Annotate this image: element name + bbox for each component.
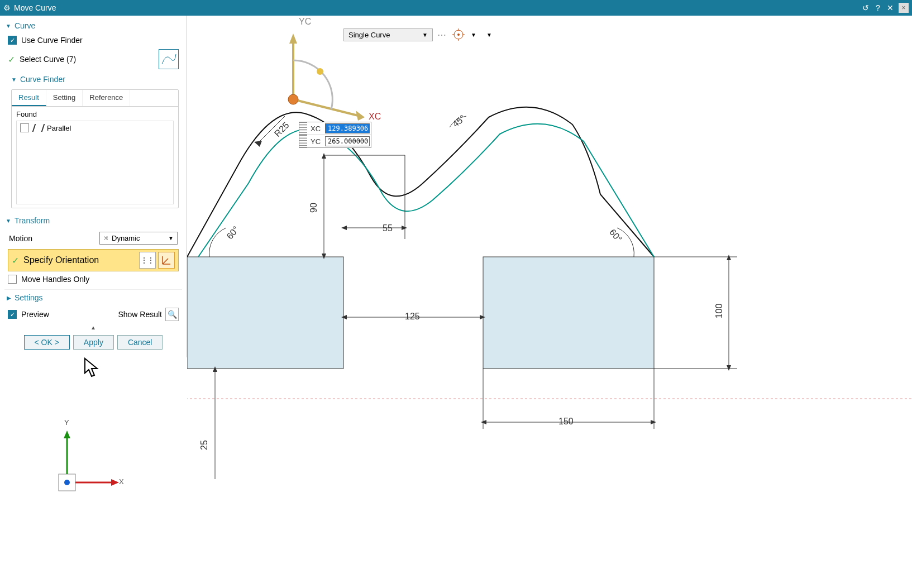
- dynamic-icon: ⤭: [103, 235, 108, 242]
- xc-axis-label: XC: [369, 112, 381, 122]
- caret-down-icon: ▼: [6, 23, 11, 29]
- cancel-button[interactable]: Cancel: [117, 335, 163, 350]
- show-result-label: Show Result: [118, 310, 162, 319]
- section-curve[interactable]: ▼ Curve: [4, 18, 182, 34]
- caret-down-icon: ▼: [11, 77, 17, 83]
- tab-reference[interactable]: Reference: [83, 90, 130, 106]
- svg-point-28: [64, 480, 70, 485]
- svg-rect-4: [187, 257, 343, 369]
- xc-label: XC: [307, 123, 324, 134]
- specify-orientation-row[interactable]: ✓ Specify Orientation ⋮⋮: [8, 249, 179, 271]
- options-panel: ▼ Curve ✓ Use Curve Finder ✓ Select Curv…: [0, 16, 187, 357]
- dialog-titlebar: ⚙ Move Curve ↺ ? ✕ ×: [0, 0, 912, 16]
- motion-value: Dynamic: [112, 234, 140, 242]
- tab-setting[interactable]: Setting: [46, 90, 83, 106]
- finder-tabs: Result Setting Reference: [12, 90, 178, 107]
- caret-down-icon: ▼: [6, 218, 11, 224]
- move-handles-row[interactable]: Move Handles Only: [4, 273, 182, 286]
- use-curve-finder-label: Use Curve Finder: [21, 36, 83, 45]
- dim-150: 150: [558, 417, 574, 427]
- section-curve-label: Curve: [15, 21, 35, 30]
- found-area: Found Parallel: [12, 107, 178, 208]
- move-handles-checkbox[interactable]: [8, 275, 17, 284]
- svg-rect-5: [483, 257, 654, 369]
- preview-label: Preview: [21, 310, 49, 319]
- svg-marker-30: [64, 431, 70, 438]
- caret-right-icon: ▶: [7, 295, 11, 301]
- csys-dialog-button[interactable]: ⋮⋮: [139, 252, 156, 269]
- preview-checkbox[interactable]: ✓: [8, 310, 17, 319]
- cursor-icon: [84, 357, 101, 379]
- ok-button[interactable]: < OK >: [24, 335, 70, 350]
- button-row: < OK > Apply Cancel: [4, 332, 182, 353]
- collapse-handle[interactable]: ▲: [4, 323, 182, 332]
- tab-result[interactable]: Result: [12, 90, 46, 106]
- parallel-icon: [32, 124, 45, 132]
- motion-select[interactable]: ⤭ Dynamic ▼: [99, 232, 178, 245]
- reset-icon[interactable]: ↺: [860, 3, 872, 12]
- svg-marker-22: [356, 111, 365, 121]
- parallel-checkbox[interactable]: [20, 123, 29, 132]
- found-label: Found: [16, 110, 174, 121]
- specify-orientation-label: Specify Orientation: [23, 255, 137, 265]
- view-triad[interactable]: Y X: [53, 418, 131, 499]
- section-settings-label: Settings: [15, 293, 43, 302]
- move-handles-label: Move Handles Only: [21, 275, 89, 284]
- close-icon[interactable]: ✕: [884, 3, 896, 12]
- dim-25: 25: [199, 440, 209, 450]
- dim-90: 90: [309, 203, 319, 213]
- check-icon: ✓: [12, 255, 19, 266]
- select-curve-row[interactable]: ✓ Select Curve (7): [4, 47, 182, 71]
- gear-icon: ⚙: [3, 3, 11, 12]
- motion-label: Motion: [9, 234, 99, 243]
- yc-axis-label: YC: [299, 17, 311, 27]
- dim-125: 125: [405, 312, 420, 322]
- chevron-down-icon: ▼: [168, 235, 174, 241]
- use-curve-finder-row[interactable]: ✓ Use Curve Finder: [4, 34, 182, 47]
- svg-point-23: [317, 68, 323, 75]
- section-settings[interactable]: ▶ Settings: [4, 289, 182, 305]
- detach-icon[interactable]: ×: [899, 3, 909, 13]
- svg-marker-20: [289, 34, 297, 44]
- curve-finder-subpanel: Result Setting Reference Found Parallel: [11, 89, 179, 208]
- dim-55: 55: [383, 223, 393, 233]
- xc-input[interactable]: 129.389306: [325, 123, 370, 133]
- svg-point-24: [288, 94, 298, 104]
- triad-y-label: Y: [64, 418, 69, 427]
- dim-100: 100: [714, 304, 724, 319]
- graphics-viewport[interactable]: Single Curve ▼ ⋯ ▼ ▼: [187, 16, 912, 588]
- coordinate-editor[interactable]: XC 129.389306 YC 265.000000: [299, 122, 371, 148]
- section-curve-finder[interactable]: ▼ Curve Finder: [10, 71, 182, 87]
- dialog-title: Move Curve: [14, 3, 56, 12]
- drag-grip-icon[interactable]: [299, 135, 307, 147]
- show-result-button[interactable]: 🔍: [165, 308, 179, 321]
- section-transform[interactable]: ▼ Transform: [4, 213, 182, 228]
- manipulator-button[interactable]: [158, 252, 175, 269]
- parallel-label: Parallel: [47, 124, 71, 132]
- found-item-parallel[interactable]: Parallel: [17, 121, 173, 135]
- motion-row: Motion ⤭ Dynamic ▼: [4, 228, 182, 248]
- yc-input[interactable]: 265.000000: [325, 136, 370, 146]
- section-curve-finder-label: Curve Finder: [20, 75, 65, 84]
- curve-thumb-icon[interactable]: [159, 49, 179, 69]
- drawing-canvas: [187, 16, 912, 588]
- drag-grip-icon[interactable]: [299, 122, 307, 135]
- triad-x-label: X: [119, 477, 124, 486]
- apply-button[interactable]: Apply: [73, 335, 114, 350]
- found-list[interactable]: Parallel: [16, 121, 174, 204]
- check-icon: ✓: [8, 54, 15, 65]
- select-curve-label: Select Curve (7): [20, 55, 76, 64]
- help-icon[interactable]: ?: [872, 3, 884, 12]
- use-curve-finder-checkbox[interactable]: ✓: [8, 36, 17, 45]
- preview-row: ✓ Preview Show Result 🔍: [4, 305, 182, 323]
- svg-marker-32: [111, 479, 119, 486]
- yc-label: YC: [307, 136, 324, 147]
- section-transform-label: Transform: [15, 216, 50, 225]
